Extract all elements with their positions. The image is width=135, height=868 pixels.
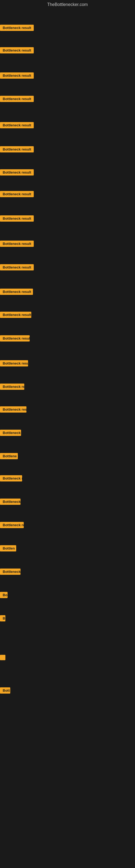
bottleneck-badge-18: Bottleneck bbox=[0, 430, 21, 436]
bottleneck-badge-10: Bottleneck result bbox=[0, 241, 34, 247]
bottleneck-result-item: Bo bbox=[0, 592, 8, 599]
bottleneck-result-item: Bottleneck result bbox=[0, 360, 28, 368]
bottleneck-result-item: Bottleneck re bbox=[0, 522, 24, 529]
bottleneck-result-item: Bottleneck r bbox=[0, 475, 22, 483]
bottleneck-result-item: Bottleneck result bbox=[0, 335, 30, 343]
bottleneck-badge-15: Bottleneck result bbox=[0, 360, 28, 367]
bottleneck-badge-14: Bottleneck result bbox=[0, 335, 30, 341]
bottleneck-badge-16: Bottleneck re bbox=[0, 383, 24, 390]
bottleneck-result-item: B bbox=[0, 615, 5, 622]
bottleneck-result-item: Bottlene bbox=[0, 453, 18, 460]
bottleneck-result-item: Bottleneck result bbox=[0, 312, 31, 319]
bottleneck-result-item: Bott bbox=[0, 687, 10, 695]
bottleneck-result-item: Bottleneck result bbox=[0, 289, 33, 296]
bottleneck-badge-24: Bottleneck bbox=[0, 568, 20, 575]
bottleneck-badge-5: Bottleneck result bbox=[0, 122, 34, 128]
bottleneck-badge-19: Bottlene bbox=[0, 453, 18, 459]
bottleneck-badge-12: Bottleneck result bbox=[0, 289, 33, 295]
bottleneck-badge-28: Bott bbox=[0, 687, 10, 693]
bottleneck-result-item: Bottleneck result bbox=[0, 169, 34, 177]
bottleneck-badge-25: Bo bbox=[0, 592, 8, 598]
bottleneck-result-item: Bottleneck result bbox=[0, 146, 34, 154]
bottleneck-result-item: Bottleneck result bbox=[0, 241, 34, 248]
bottleneck-result-item: Bottleneck bbox=[0, 430, 21, 437]
bottleneck-result-item: Bottleneck result bbox=[0, 122, 34, 129]
bottleneck-result-item: Bottleneck result bbox=[0, 47, 34, 55]
bottleneck-badge-3: Bottleneck result bbox=[0, 72, 34, 79]
bottleneck-result-item: Bottleneck result bbox=[0, 96, 34, 103]
bottleneck-result-item: Bottleneck re bbox=[0, 383, 24, 391]
bottleneck-result-item: Bottleneck result bbox=[0, 406, 27, 414]
bottleneck-badge-26: B bbox=[0, 615, 5, 621]
site-title: TheBottlenecker.com bbox=[0, 0, 135, 9]
bottleneck-result-item: Bottleneck result bbox=[0, 25, 34, 32]
bottleneck-result-item: Bottlen bbox=[0, 545, 16, 553]
bottleneck-badge-2: Bottleneck result bbox=[0, 47, 34, 54]
bottleneck-badge-9: Bottleneck result bbox=[0, 215, 34, 222]
bottleneck-badge-1: Bottleneck result bbox=[0, 25, 34, 31]
bottleneck-result-item: Bottleneck result bbox=[0, 215, 34, 223]
bottleneck-badge-13: Bottleneck result bbox=[0, 312, 31, 318]
bottleneck-result-item: Bottleneck result bbox=[0, 72, 34, 80]
bottleneck-badge-8: Bottleneck result bbox=[0, 191, 34, 197]
bottleneck-badge-20: Bottleneck r bbox=[0, 475, 22, 482]
bottleneck-badge-11: Bottleneck result bbox=[0, 264, 34, 271]
bottleneck-result-item bbox=[0, 655, 5, 661]
bottleneck-result-item: Bottleneck bbox=[0, 499, 20, 506]
bottleneck-badge-23: Bottlen bbox=[0, 545, 16, 552]
bottleneck-badge-27 bbox=[0, 655, 5, 660]
bottleneck-result-item: Bottleneck result bbox=[0, 264, 34, 272]
bottleneck-badge-17: Bottleneck result bbox=[0, 406, 27, 412]
bottleneck-result-item: Bottleneck result bbox=[0, 191, 34, 198]
bottleneck-badge-4: Bottleneck result bbox=[0, 96, 34, 102]
bottleneck-badge-6: Bottleneck result bbox=[0, 146, 34, 152]
bottleneck-badge-22: Bottleneck re bbox=[0, 522, 24, 528]
bottleneck-badge-21: Bottleneck bbox=[0, 499, 20, 505]
bottleneck-result-item: Bottleneck bbox=[0, 568, 20, 576]
bottleneck-badge-7: Bottleneck result bbox=[0, 169, 34, 176]
